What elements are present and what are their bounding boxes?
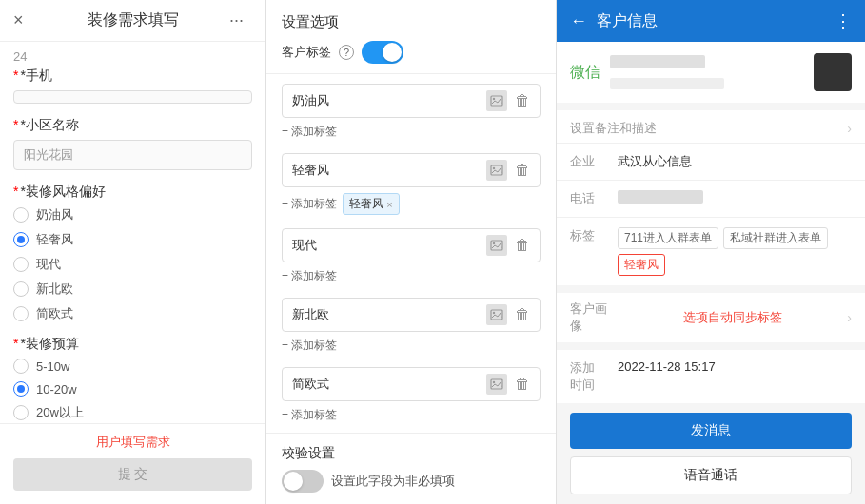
- right-panel: ← 客户信息 ⋮ 微信 设置备注和描述 › 企业 武汉从心信息: [557, 0, 865, 504]
- portrait-value[interactable]: 选项自动同步标签: [683, 309, 782, 326]
- tag-chip-remove[interactable]: ×: [386, 199, 392, 210]
- radio-circle-1: [13, 232, 29, 247]
- info-section: 设置备注和描述 › 企业 武汉从心信息 电话 标签 711进入人群表单 私域社群…: [557, 110, 865, 285]
- add-tag-button-4[interactable]: + 添加标签: [282, 407, 337, 423]
- option-delete-icon-3[interactable]: 🗑: [515, 306, 530, 323]
- option-item-2: 现代 🗑 + 添加标签: [282, 228, 541, 286]
- style-option-2[interactable]: 现代: [13, 256, 252, 273]
- style-label: *装修风格偏好: [13, 184, 252, 201]
- right-more-icon[interactable]: ⋮: [835, 10, 852, 31]
- radio-circle-3: [13, 281, 29, 297]
- style-option-label-1: 轻奢风: [36, 231, 73, 248]
- budget-option-2[interactable]: 20w以上: [13, 404, 252, 421]
- left-panel-header: × 装修需求填写 ···: [0, 0, 265, 42]
- style-option-label-0: 奶油风: [36, 206, 73, 223]
- tag-1[interactable]: 私域社群进入表单: [723, 227, 828, 249]
- right-panel-title: 客户信息: [597, 11, 825, 31]
- phone-info-value[interactable]: [618, 190, 852, 206]
- budget-radio-1: [13, 381, 29, 397]
- option-text-0: 奶油风: [292, 92, 486, 109]
- customer-tag-toggle[interactable]: [362, 41, 403, 64]
- phone-input[interactable]: [13, 90, 252, 104]
- svg-point-1: [493, 98, 495, 100]
- option-icons-1: 🗑: [486, 160, 530, 181]
- field-number: 24: [13, 49, 252, 64]
- add-time-label: 添加 时间: [570, 359, 618, 394]
- style-option-4[interactable]: 简欧式: [13, 305, 252, 322]
- style-option-3[interactable]: 新北欧: [13, 281, 252, 298]
- option-item-1: 轻奢风 🗑 + 添加标签 轻奢风 ×: [282, 153, 541, 217]
- required-field-toggle[interactable]: [282, 470, 324, 493]
- voice-call-button[interactable]: 语音通话: [570, 456, 852, 494]
- time-source-section: 添加 时间 2022-11-28 15:17 来源 对方通过扫一扫添加: [557, 350, 865, 403]
- add-tag-row-2: + 添加标签: [282, 266, 541, 286]
- close-icon[interactable]: ×: [13, 10, 36, 30]
- style-option-0[interactable]: 奶油风: [13, 206, 252, 223]
- middle-panel-content: 奶油风 🗑 + 添加标签 轻奢风 🗑: [266, 74, 556, 433]
- info-section-title[interactable]: 设置备注和描述 ›: [557, 110, 865, 144]
- option-delete-icon-4[interactable]: 🗑: [515, 376, 530, 393]
- more-icon[interactable]: ···: [229, 10, 252, 30]
- budget-radio-group: 5-10w 10-20w 20w以上: [13, 359, 252, 421]
- back-icon[interactable]: ←: [570, 11, 587, 31]
- tags-label: 标签: [570, 227, 618, 244]
- option-item-4: 简欧式 🗑 + 添加标签: [282, 367, 541, 425]
- option-image-icon-1[interactable]: [486, 160, 507, 181]
- info-section-label: 设置备注和描述: [570, 120, 657, 137]
- middle-panel: 设置选项 客户标签 ? 奶油风 🗑 + 添加标签: [266, 0, 557, 504]
- footer-note: 用户填写需求: [13, 434, 252, 451]
- tags-row: 标签 711进入人群表单 私域社群进入表单 轻奢风: [557, 218, 865, 285]
- left-panel-title: 装修需求填写: [36, 10, 229, 30]
- option-image-icon-0[interactable]: [486, 90, 507, 111]
- add-time-row: 添加 时间 2022-11-28 15:17: [557, 350, 865, 403]
- portrait-arrow-icon: ›: [847, 310, 852, 325]
- company-row: 企业 武汉从心信息: [557, 144, 865, 181]
- add-tag-button-1[interactable]: + 添加标签: [282, 196, 337, 212]
- community-field: *小区名称 阳光花园: [13, 117, 252, 170]
- sync-tag-row[interactable]: 客户画像 选项自动同步标签 ›: [557, 293, 865, 342]
- add-tag-row-1: + 添加标签 轻奢风 ×: [282, 191, 541, 217]
- wechat-icon: 微信: [570, 63, 600, 83]
- budget-option-0[interactable]: 5-10w: [13, 359, 252, 374]
- add-time-value: 2022-11-28 15:17: [618, 359, 852, 374]
- option-delete-icon-1[interactable]: 🗑: [515, 162, 530, 179]
- submit-button[interactable]: 提 交: [13, 458, 252, 491]
- add-tag-row-3: + 添加标签: [282, 336, 541, 356]
- budget-radio-0: [13, 359, 29, 374]
- send-message-button[interactable]: 发消息: [570, 413, 852, 449]
- budget-radio-2: [13, 405, 29, 420]
- option-text-3: 新北欧: [292, 306, 486, 323]
- option-icons-4: 🗑: [486, 374, 530, 395]
- option-image-icon-4[interactable]: [486, 374, 507, 395]
- option-icons-0: 🗑: [486, 90, 530, 111]
- option-image-icon-2[interactable]: [486, 235, 507, 256]
- option-item-0: 奶油风 🗑 + 添加标签: [282, 84, 541, 142]
- option-image-icon-3[interactable]: [486, 304, 507, 325]
- community-input[interactable]: 阳光花园: [13, 140, 252, 170]
- option-row-4: 简欧式 🗑: [282, 367, 541, 401]
- add-tag-button-0[interactable]: + 添加标签: [282, 124, 337, 140]
- tag-highlight-0[interactable]: 轻奢风: [618, 254, 665, 276]
- phone-info-label: 电话: [570, 190, 618, 207]
- add-tag-button-2[interactable]: + 添加标签: [282, 268, 337, 284]
- tag-0[interactable]: 711进入人群表单: [618, 227, 718, 249]
- arrow-icon: ›: [847, 121, 852, 136]
- budget-option-label-2: 20w以上: [36, 404, 84, 421]
- right-panel-content: 微信 设置备注和描述 › 企业 武汉从心信息 电话: [557, 42, 865, 403]
- phone-row: 电话: [557, 181, 865, 218]
- toggle-label: 客户标签: [282, 44, 331, 61]
- add-tag-row-0: + 添加标签: [282, 122, 541, 142]
- option-delete-icon-2[interactable]: 🗑: [515, 237, 530, 254]
- style-option-1[interactable]: 轻奢风: [13, 231, 252, 248]
- add-tag-button-3[interactable]: + 添加标签: [282, 338, 337, 354]
- middle-panel-footer: 校验设置 设置此字段为非必填项: [266, 433, 556, 504]
- budget-option-1[interactable]: 10-20w: [13, 381, 252, 397]
- option-row-2: 现代 🗑: [282, 228, 541, 262]
- company-label: 企业: [570, 153, 618, 170]
- toggle-help-icon[interactable]: ?: [339, 45, 354, 60]
- option-delete-icon-0[interactable]: 🗑: [515, 92, 530, 109]
- option-text-1: 轻奢风: [292, 162, 486, 179]
- right-panel-header: ← 客户信息 ⋮: [557, 0, 865, 42]
- option-row-3: 新北欧 🗑: [282, 298, 541, 332]
- style-field: *装修风格偏好 奶油风 轻奢风 现代 新北欧: [13, 184, 252, 322]
